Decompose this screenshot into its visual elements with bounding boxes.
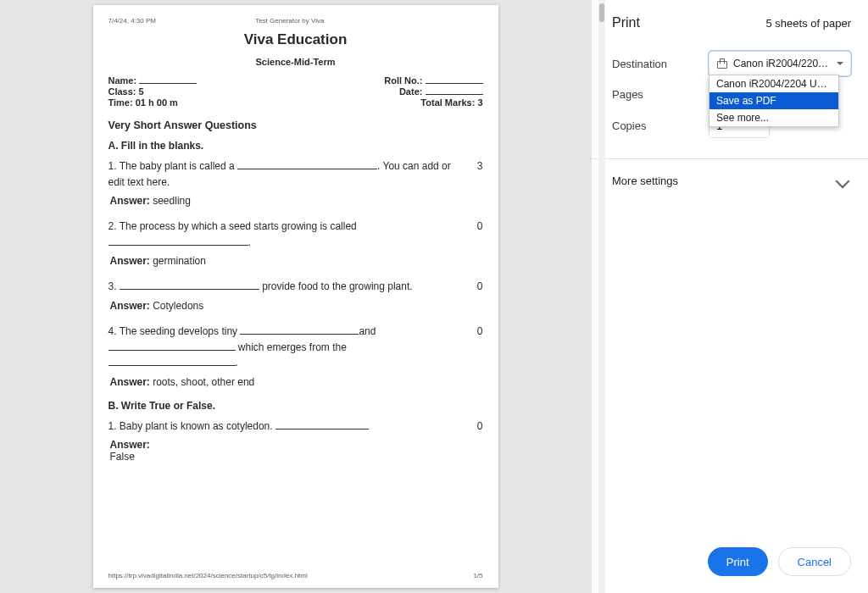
q2-answer: germination [153,255,206,267]
subsection-b: B. Write True or False. [108,400,483,412]
q3-part-b: provide food to the growing plant. [259,280,413,292]
answer-label: Answer: [110,439,150,451]
printer-icon [716,58,728,69]
q3-marks: 0 [468,279,483,292]
page-footer-num: 1/5 [473,572,482,579]
answer-label: Answer: [110,300,153,312]
meta-roll-label: Roll No.: [384,75,422,86]
qb1-answer: False [110,451,135,463]
q1-part-a: 1. The baby plant is called a [108,160,238,172]
scrollbar-thumb[interactable] [599,3,604,22]
destination-select[interactable]: Canon iR2004/2204 UFF [709,51,851,76]
q3-answer: Cotyledons [153,300,203,312]
answer-label: Answer: [110,195,153,207]
q1-answer: seedling [153,195,191,207]
document-subtitle: Science-Mid-Term [108,57,483,67]
cancel-button[interactable]: Cancel [778,547,851,576]
q3-part-a: 3. [108,280,120,292]
panel-title: Print [612,15,640,30]
qb1-marks: 0 [468,418,483,432]
destination-value: Canon iR2004/2204 UFF [733,58,832,69]
destination-option-save-pdf[interactable]: Save as PDF [709,92,838,109]
q4-part-a: 4. The seeding develops tiny [108,325,241,337]
meta-name-label: Name: [108,75,137,86]
more-settings-label: More settings [612,175,678,187]
q4-part-c: which emerges from the [236,341,347,353]
answer-label: Answer: [110,376,153,388]
destination-label: Destination [612,58,700,70]
subsection-a: A. Fill in the blanks. [108,140,483,152]
pages-label: Pages [612,88,700,101]
meta-class: Class: 5 [108,86,144,97]
q2-text: 2. The process by which a seed starts gr… [108,220,357,232]
page-header-app: Test Generator by Viva [255,17,324,25]
q4-part-b: and [359,325,376,337]
meta-total: Total Marks: 3 [420,97,482,108]
print-panel: Print 5 sheets of paper Destination Cano… [591,0,868,593]
section-heading: Very Short Answer Questions [108,119,483,131]
destination-option-printer[interactable]: Canon iR2004/2204 UFRII LT [709,75,838,92]
q4-answer: roots, shoot, other end [153,376,254,388]
meta-time: Time: 01 h 00 m [108,97,178,108]
sheet-count: 5 sheets of paper [766,17,851,30]
q4-marks: 0 [468,324,483,337]
chevron-down-icon [836,174,850,188]
destination-option-see-more[interactable]: See more... [709,109,838,126]
meta-date-label: Date: [399,86,423,97]
qb1-text: 1. Baby plant is known as cotyledon. [108,420,275,432]
document-title: Viva Education [108,31,483,48]
more-settings-toggle[interactable]: More settings [592,159,868,202]
preview-page: 7/4/24, 4:30 PM Test Generator by Viva V… [93,5,498,588]
print-button[interactable]: Print [708,547,768,576]
page-header-timestamp: 7/4/24, 4:30 PM [108,17,156,25]
chevron-down-icon [837,62,843,65]
q2-marks: 0 [468,219,483,232]
preview-scrollbar[interactable] [598,0,605,593]
print-preview-area: 7/4/24, 4:30 PM Test Generator by Viva V… [0,0,591,593]
answer-label: Answer: [110,255,153,267]
q1-marks: 3 [468,158,483,172]
destination-dropdown: Canon iR2004/2204 UFRII LT Save as PDF S… [709,75,839,127]
copies-label: Copies [612,119,700,132]
page-footer-url: https://trp.vivadigitalindia.net/2024/sc… [108,572,308,579]
